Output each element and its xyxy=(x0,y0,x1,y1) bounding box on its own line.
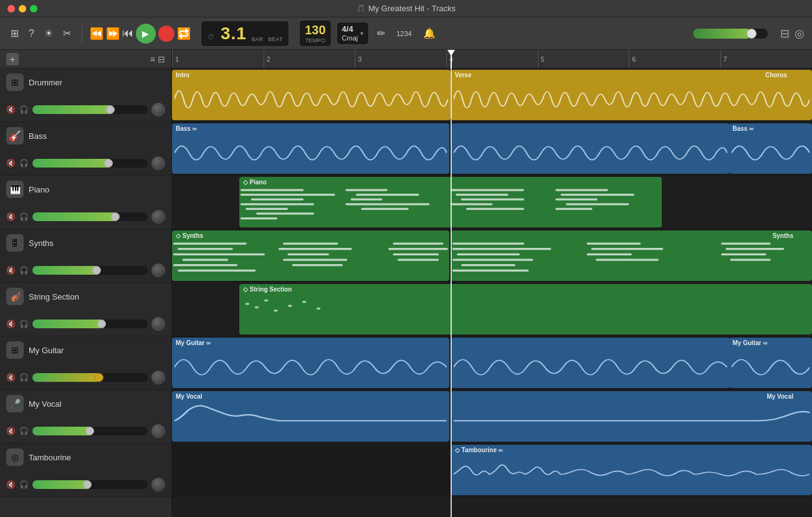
tempo-label: TEMPO xyxy=(305,37,325,44)
tuner-button[interactable]: 🔔 xyxy=(420,26,439,41)
piano-fader[interactable] xyxy=(32,212,148,221)
sidebar-list-icon[interactable]: ≡ xyxy=(150,54,155,64)
maximize-button[interactable] xyxy=(30,5,37,12)
string-section-fader[interactable] xyxy=(32,320,148,328)
clip-drummer-intro[interactable]: Intro xyxy=(172,70,451,120)
waveform-drummer-intro xyxy=(174,78,448,120)
bass-pan[interactable] xyxy=(151,156,165,170)
tempo-display[interactable]: 130 TEMPO xyxy=(299,20,331,47)
minimize-button[interactable] xyxy=(19,5,26,12)
fast-forward-button[interactable]: ⏩ xyxy=(106,27,120,40)
svg-rect-54 xyxy=(274,310,277,311)
lane-my-vocal[interactable]: My Vocal My Vocal xyxy=(172,390,812,443)
my-guitar-solo[interactable]: 🎧 xyxy=(19,373,29,382)
smart-controls-button[interactable]: ☀ xyxy=(41,26,56,41)
numbers-button[interactable]: 1234 xyxy=(393,28,414,39)
clip-my-guitar-3[interactable]: My Guitar ∞ xyxy=(729,338,813,388)
close-button[interactable] xyxy=(7,5,15,12)
my-vocal-fader-thumb[interactable] xyxy=(85,427,94,435)
clip-my-guitar-2[interactable] xyxy=(451,338,730,388)
svg-rect-16 xyxy=(466,208,524,210)
svg-rect-23 xyxy=(178,248,232,250)
clip-drummer-verse[interactable]: Verse Chorus xyxy=(451,70,812,120)
clip-synths-1[interactable]: ◇ Synths xyxy=(172,230,449,281)
svg-rect-17 xyxy=(555,189,608,191)
clip-synths-2[interactable]: Synths xyxy=(451,230,812,281)
sidebar-collapse-icon[interactable]: ⊟ xyxy=(158,54,165,64)
track-row-drummer: ⊞ Drummer 🔇 🎧 xyxy=(0,69,171,122)
add-track-button[interactable]: + xyxy=(6,53,19,65)
my-guitar-controls: 🔇 🎧 xyxy=(6,371,165,384)
lane-drummer[interactable]: Intro Verse Chor xyxy=(172,69,812,122)
library-button[interactable]: ⊞ xyxy=(7,26,22,41)
drummer-fader[interactable] xyxy=(32,105,148,114)
tambourine-mute[interactable]: 🔇 xyxy=(6,480,16,489)
clip-my-vocal-1[interactable]: My Vocal xyxy=(172,391,449,442)
drummer-fader-thumb[interactable] xyxy=(106,105,115,114)
my-vocal-fader[interactable] xyxy=(32,427,148,435)
my-guitar-mute[interactable]: 🔇 xyxy=(6,373,16,382)
tambourine-fader[interactable] xyxy=(32,480,148,489)
piano-solo[interactable]: 🎧 xyxy=(19,212,29,221)
clip-tambourine[interactable]: ◇ Tambourine ∞ xyxy=(451,445,812,495)
piano-mute[interactable]: 🔇 xyxy=(6,212,16,221)
drummer-solo[interactable]: 🎧 xyxy=(19,105,29,114)
record-button[interactable] xyxy=(158,26,174,42)
browser-button[interactable]: ◎ xyxy=(795,27,805,40)
bass-mute[interactable]: 🔇 xyxy=(6,159,16,168)
timesig-display[interactable]: 4/4 Cmaj ▾ xyxy=(337,22,370,44)
clip-bass-2[interactable] xyxy=(451,123,730,174)
synths-solo[interactable]: 🎧 xyxy=(19,266,29,275)
string-section-solo[interactable]: 🎧 xyxy=(19,320,29,328)
traffic-lights[interactable] xyxy=(7,5,37,12)
svg-rect-19 xyxy=(555,199,597,201)
my-vocal-solo[interactable]: 🎧 xyxy=(19,427,29,435)
lane-synths[interactable]: ◇ Synths xyxy=(172,229,812,283)
cycle-button[interactable]: 🔁 xyxy=(177,27,191,40)
my-guitar-fader-thumb[interactable] xyxy=(95,373,103,382)
piano-fader-thumb[interactable] xyxy=(111,212,120,221)
string-section-fader-thumb[interactable] xyxy=(97,320,106,328)
clip-my-guitar-1[interactable]: My Guitar ∞ xyxy=(172,338,449,388)
string-section-mute[interactable]: 🔇 xyxy=(6,320,16,328)
my-vocal-pan[interactable] xyxy=(151,424,165,438)
timesig-value: 4/4 xyxy=(342,25,358,34)
lane-tambourine[interactable]: ◇ Tambourine ∞ xyxy=(172,443,812,497)
master-vol-thumb[interactable] xyxy=(747,29,757,39)
scissors-button[interactable]: ✂ xyxy=(60,26,74,41)
my-guitar-fader[interactable] xyxy=(32,373,148,382)
clip-bass-3[interactable]: Bass ∞ xyxy=(729,123,813,174)
my-guitar-pan[interactable] xyxy=(151,371,165,384)
synths-pan[interactable] xyxy=(151,263,165,277)
my-vocal-mute[interactable]: 🔇 xyxy=(6,427,16,435)
pencil-button[interactable]: ✏ xyxy=(374,26,388,41)
tambourine-pan[interactable] xyxy=(151,478,165,491)
lane-piano[interactable]: ◇ Piano xyxy=(172,176,812,229)
track-header-tambourine: ◎ Tambourine xyxy=(6,448,165,466)
drummer-mute[interactable]: 🔇 xyxy=(6,105,16,114)
bass-solo[interactable]: 🎧 xyxy=(19,159,29,168)
piano-pan[interactable] xyxy=(151,210,165,224)
mixer-button[interactable]: ⊟ xyxy=(780,27,790,40)
drummer-pan[interactable] xyxy=(151,103,165,116)
play-button[interactable]: ▶ xyxy=(136,24,156,44)
lane-bass[interactable]: Bass ∞ Bas xyxy=(172,122,812,176)
clip-string-section[interactable]: ◇ String Section xyxy=(239,284,812,334)
master-vol-slider[interactable] xyxy=(693,29,768,39)
string-section-pan[interactable] xyxy=(151,317,165,331)
synths-fader[interactable] xyxy=(32,266,148,275)
synths-mute[interactable]: 🔇 xyxy=(6,266,16,275)
bass-fader-thumb[interactable] xyxy=(104,159,113,168)
rewind-button[interactable]: ⏪ xyxy=(90,27,103,40)
clip-bass-1[interactable]: Bass ∞ xyxy=(172,123,449,174)
lane-my-guitar[interactable]: My Guitar ∞ xyxy=(172,336,812,390)
clip-piano[interactable]: ◇ Piano xyxy=(239,177,662,227)
tambourine-solo[interactable]: 🎧 xyxy=(19,480,29,489)
tambourine-fader-thumb[interactable] xyxy=(83,480,92,489)
synths-fader-thumb[interactable] xyxy=(92,266,101,275)
bass-fader[interactable] xyxy=(32,159,148,168)
help-button[interactable]: ? xyxy=(26,26,37,41)
clip-my-vocal-2[interactable]: My Vocal xyxy=(451,391,812,442)
go-start-button[interactable]: ⏮ xyxy=(122,27,133,40)
lane-string-section[interactable]: ◇ String Section xyxy=(172,283,812,336)
